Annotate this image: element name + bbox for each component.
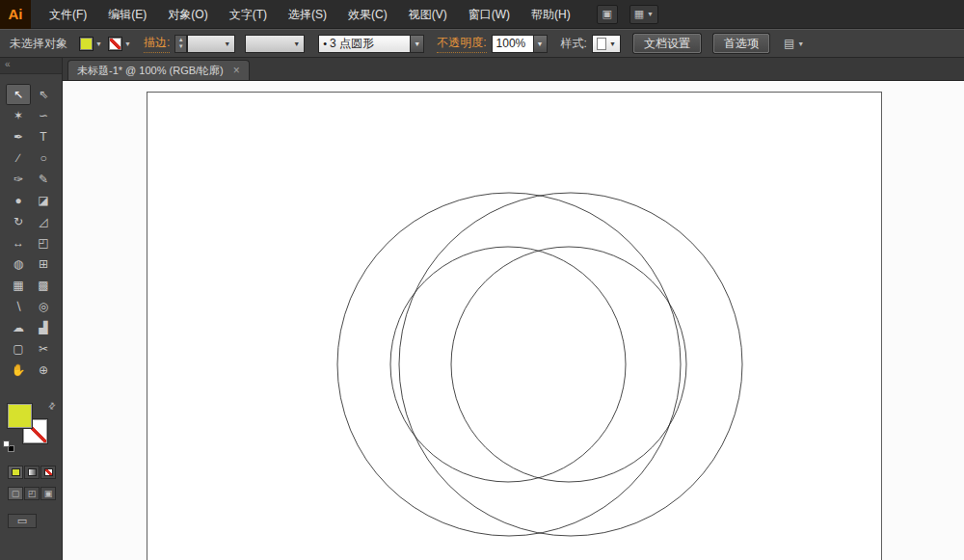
fill-swatch[interactable] — [8, 404, 32, 428]
zoom-tool[interactable]: ⊕ — [31, 360, 56, 381]
draw-normal-icon: ▢ — [12, 490, 20, 498]
chevron-down-icon: ▼ — [293, 40, 300, 47]
lasso-tool[interactable]: ∽ — [31, 105, 56, 126]
menu-item-3[interactable]: 对象(O) — [157, 0, 218, 29]
workspace-icon: ▦ — [634, 8, 644, 20]
outer-circle-right[interactable] — [399, 193, 742, 536]
bridge-button[interactable]: ▣ — [597, 5, 618, 24]
magic-wand-tool[interactable]: ✶ — [6, 105, 31, 126]
inner-circle-right[interactable] — [451, 247, 686, 482]
control-bar: 未选择对象 ▼ ▼ 描边: ▲ ▼ ▼ ▼ • 3 点圆形 ▼ 不透明度: 10… — [0, 29, 964, 58]
style-swatch-icon — [597, 38, 606, 50]
blend-tool[interactable]: ◎ — [31, 296, 56, 317]
menubar: Ai 文件(F)编辑(E)对象(O)文字(T)选择(S)效果(C)视图(V)窗口… — [0, 0, 964, 29]
brush-definition-select[interactable]: • 3 点圆形 — [318, 35, 411, 53]
document-setup-button[interactable]: 文档设置 — [633, 34, 701, 53]
direct-selection-tool[interactable]: ⇖ — [31, 84, 56, 105]
menu-item-4[interactable]: 文字(T) — [219, 0, 278, 29]
inner-circle-left[interactable] — [390, 247, 626, 482]
slice-tool[interactable]: ✂ — [31, 338, 56, 360]
color-icon — [12, 468, 20, 476]
menu-item-2[interactable]: 编辑(E) — [97, 0, 157, 29]
preferences-button[interactable]: 首选项 — [713, 34, 769, 53]
menu-item-8[interactable]: 窗口(W) — [458, 0, 521, 29]
column-graph-tool[interactable]: ▟ — [31, 317, 56, 338]
rotate-tool[interactable]: ↻ — [6, 211, 31, 232]
eraser-tool[interactable]: ◪ — [31, 190, 56, 211]
perspective-grid-tool[interactable]: ⊞ — [31, 253, 56, 275]
width-tool[interactable]: ↔ — [6, 232, 31, 253]
stroke-panel-link[interactable]: 描边: — [144, 35, 170, 53]
stepper-up-icon[interactable]: ▲ — [178, 37, 184, 43]
gradient-icon — [28, 468, 37, 476]
type-tool[interactable]: T — [31, 126, 56, 147]
draw-inside-icon: ▣ — [44, 490, 53, 498]
draw-normal-button[interactable]: ▢ — [8, 487, 23, 500]
opacity-dropdown-button[interactable]: ▼ — [534, 35, 548, 53]
screen-mode-button[interactable]: ▭ — [8, 514, 37, 528]
ellipse-tool[interactable]: ○ — [31, 147, 56, 169]
opacity-panel-link[interactable]: 不透明度: — [437, 35, 486, 53]
hand-tool[interactable]: ✋ — [6, 360, 31, 381]
screen-mode-icon: ▭ — [17, 516, 27, 526]
line-segment-tool[interactable]: ∕ — [6, 147, 31, 169]
artboard-tool[interactable]: ▢ — [6, 338, 31, 360]
color-mode-button[interactable] — [8, 466, 23, 479]
draw-inside-button[interactable]: ▣ — [40, 487, 56, 500]
stroke-weight-stepper[interactable]: ▲ ▼ — [174, 35, 187, 53]
document-tab[interactable]: 未标题-1* @ 100% (RGB/轮廓) × — [67, 60, 250, 80]
document-title: 未标题-1* @ 100% (RGB/轮廓) — [77, 64, 224, 78]
tool-grid: ↖⇖✶∽✒T∕○✑✎●◪↻◿↔◰◍⊞▦▩∖◎☁▟▢✂✋⊕ — [0, 74, 62, 381]
swap-fill-stroke-icon[interactable]: ⇄ — [46, 400, 58, 412]
selection-tool[interactable]: ↖ — [6, 84, 31, 105]
draw-behind-button[interactable]: ◰ — [24, 487, 40, 500]
app-logo: Ai — [0, 0, 31, 29]
stroke-color-picker[interactable]: ▼ — [108, 37, 131, 51]
style-label: 样式: — [561, 36, 587, 52]
menu-item-9[interactable]: 帮助(H) — [521, 0, 581, 29]
chevron-down-icon: ▼ — [224, 40, 230, 47]
outer-circle-left[interactable] — [337, 193, 681, 536]
default-fill-stroke-icon[interactable] — [3, 440, 15, 453]
style-select[interactable]: ▼ — [592, 35, 621, 53]
scale-tool[interactable]: ◿ — [31, 211, 56, 232]
gradient-mode-button[interactable] — [24, 466, 40, 479]
fill-color-picker[interactable]: ▼ — [79, 37, 102, 51]
eyedropper-tool[interactable]: ∖ — [6, 296, 31, 317]
none-icon — [44, 468, 53, 476]
menubar-right: ▣ ▦ ▼ — [597, 5, 658, 24]
menu-items: 文件(F)编辑(E)对象(O)文字(T)选择(S)效果(C)视图(V)窗口(W)… — [39, 0, 581, 29]
brush-preview-icon: • — [323, 38, 327, 49]
menu-item-1[interactable]: 文件(F) — [39, 0, 97, 29]
symbol-sprayer-tool[interactable]: ☁ — [6, 317, 31, 338]
chevron-down-icon: ▼ — [609, 40, 616, 47]
opacity-value: 100% — [496, 37, 529, 50]
close-tab-icon[interactable]: × — [233, 65, 240, 76]
blob-brush-tool[interactable]: ● — [6, 190, 31, 211]
pencil-tool[interactable]: ✎ — [31, 169, 56, 190]
width-profile-select[interactable]: ▼ — [245, 35, 305, 53]
shape-builder-tool[interactable]: ◍ — [6, 253, 31, 275]
menu-item-6[interactable]: 效果(C) — [337, 0, 398, 29]
brush-dropdown-button[interactable]: ▼ — [411, 35, 424, 53]
chevron-down-icon: ▼ — [414, 40, 420, 47]
collapse-panel-icon: « — [5, 59, 11, 69]
pen-tool[interactable]: ✒ — [6, 126, 31, 147]
free-transform-tool[interactable]: ◰ — [31, 232, 56, 253]
mesh-tool[interactable]: ▦ — [6, 275, 31, 296]
arrange-documents-button[interactable]: ▦ ▼ — [629, 5, 658, 24]
stroke-none-swatch-icon — [108, 37, 122, 51]
canvas[interactable] — [63, 81, 964, 560]
menu-item-5[interactable]: 选择(S) — [278, 0, 337, 29]
opacity-input[interactable]: 100% — [492, 35, 534, 53]
stepper-down-icon[interactable]: ▼ — [178, 43, 184, 50]
tools-panel-header[interactable]: « — [0, 58, 62, 74]
chevron-down-icon: ▼ — [797, 40, 804, 47]
chevron-down-icon: ▼ — [95, 40, 102, 47]
stroke-weight-select[interactable]: ▼ — [187, 35, 235, 53]
gradient-tool[interactable]: ▩ — [31, 275, 56, 296]
control-panel-menu-button[interactable]: ▤ ▼ — [784, 37, 804, 50]
paintbrush-tool[interactable]: ✑ — [6, 169, 31, 190]
menu-item-7[interactable]: 视图(V) — [398, 0, 458, 29]
none-mode-button[interactable] — [40, 466, 56, 479]
